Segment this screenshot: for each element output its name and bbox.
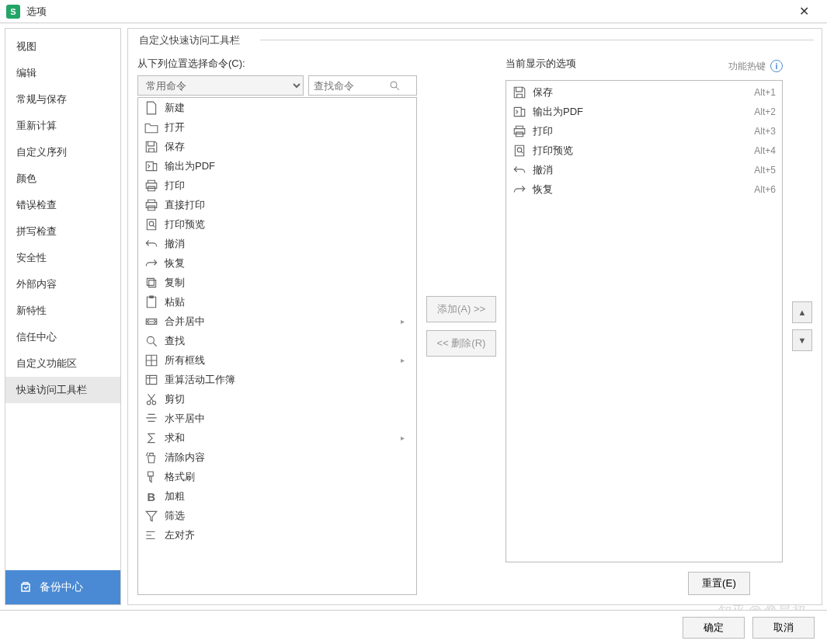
window-title: 选项 bbox=[26, 5, 47, 19]
add-button[interactable]: 添加(A) >> bbox=[426, 296, 496, 322]
list-item[interactable]: 恢复 bbox=[138, 253, 416, 273]
list-item[interactable]: 打印Alt+3 bbox=[506, 121, 782, 141]
cut-icon bbox=[144, 392, 158, 406]
reorder-buttons: ▲ ▼ bbox=[792, 57, 812, 595]
backup-icon bbox=[19, 581, 32, 594]
list-item[interactable]: 恢复Alt+6 bbox=[506, 179, 782, 199]
find-icon bbox=[144, 334, 158, 348]
shortcut-text: Alt+2 bbox=[754, 106, 776, 117]
ok-button[interactable]: 确定 bbox=[683, 617, 745, 639]
list-item[interactable]: 打印预览 bbox=[138, 214, 416, 234]
sidebar-item[interactable]: 错误检查 bbox=[5, 192, 120, 218]
preview-icon bbox=[144, 218, 158, 231]
list-item[interactable]: 左对齐 bbox=[138, 525, 416, 545]
list-item[interactable]: 剪切 bbox=[138, 389, 416, 409]
sidebar-item[interactable]: 新特性 bbox=[5, 298, 120, 324]
current-list[interactable]: 保存Alt+1输出为PDFAlt+2打印Alt+3打印预览Alt+4撤消Alt+… bbox=[506, 80, 783, 562]
app-icon: S bbox=[6, 5, 20, 19]
list-item[interactable]: 直接打印 bbox=[138, 195, 416, 214]
shortcut-text: Alt+5 bbox=[754, 165, 776, 176]
search-input[interactable] bbox=[314, 80, 388, 92]
list-item[interactable]: 新建 bbox=[138, 98, 416, 117]
clear-icon bbox=[144, 451, 158, 465]
border-icon bbox=[144, 353, 158, 367]
list-item[interactable]: 撤消Alt+5 bbox=[506, 160, 782, 179]
backup-center-button[interactable]: 备份中心 bbox=[5, 570, 120, 604]
copy-icon bbox=[144, 276, 158, 290]
list-item[interactable]: 查找 bbox=[138, 331, 416, 350]
list-item[interactable]: 保存 bbox=[138, 137, 416, 156]
sidebar-item[interactable]: 信任中心 bbox=[5, 324, 120, 350]
sidebar-item[interactable]: 外部内容 bbox=[5, 271, 120, 298]
pdf-icon bbox=[144, 159, 158, 173]
backup-label: 备份中心 bbox=[40, 580, 83, 594]
redo-icon bbox=[513, 183, 526, 197]
list-item[interactable]: 加粗 bbox=[138, 486, 416, 506]
footer: 确定 取消 bbox=[0, 610, 827, 644]
preview-icon bbox=[513, 144, 526, 158]
bold-icon bbox=[144, 489, 158, 503]
category-dropdown[interactable]: 常用命令 bbox=[137, 75, 304, 96]
new-icon bbox=[144, 101, 158, 115]
cancel-button[interactable]: 取消 bbox=[752, 617, 815, 639]
sidebar-item[interactable]: 自定义序列 bbox=[5, 139, 120, 165]
format-icon bbox=[144, 470, 158, 484]
save-icon bbox=[144, 140, 158, 154]
list-item[interactable]: 格式刷 bbox=[138, 467, 416, 486]
list-item[interactable]: 求和▸ bbox=[138, 428, 416, 447]
shortcut-text: Alt+4 bbox=[754, 145, 776, 156]
sidebar-item[interactable]: 快速访问工具栏 bbox=[5, 377, 120, 403]
list-item[interactable]: 清除内容 bbox=[138, 447, 416, 467]
submenu-icon: ▸ bbox=[401, 356, 410, 364]
list-item[interactable]: 粘贴 bbox=[138, 292, 416, 312]
list-item[interactable]: 水平居中 bbox=[138, 409, 416, 428]
move-down-button[interactable]: ▼ bbox=[792, 329, 812, 351]
fieldset-title: 自定义快速访问工具栏 bbox=[136, 33, 243, 47]
print-icon bbox=[144, 179, 158, 193]
sidebar-item[interactable]: 颜色 bbox=[5, 165, 120, 192]
sidebar: 视图编辑常规与保存重新计算自定义序列颜色错误检查拼写检查安全性外部内容新特性信任… bbox=[5, 28, 121, 605]
save-icon bbox=[513, 85, 526, 99]
paste-icon bbox=[144, 295, 158, 309]
reset-button[interactable]: 重置(E) bbox=[688, 572, 750, 595]
sidebar-item[interactable]: 视图 bbox=[5, 33, 120, 60]
pdf-icon bbox=[513, 105, 526, 119]
list-item[interactable]: 打印 bbox=[138, 176, 416, 195]
sum-icon bbox=[144, 431, 158, 445]
list-item[interactable]: 重算活动工作簿 bbox=[138, 370, 416, 389]
source-label: 从下列位置选择命令(C): bbox=[137, 57, 417, 71]
content-panel: 自定义快速访问工具栏 从下列位置选择命令(C): 常用命令 新建打开保存输出为P… bbox=[127, 28, 822, 605]
shortcut-text: Alt+1 bbox=[754, 87, 776, 98]
list-item[interactable]: 撤消 bbox=[138, 234, 416, 253]
merge-icon bbox=[144, 315, 158, 329]
source-list[interactable]: 新建打开保存输出为PDF打印直接打印打印预览撤消恢复复制粘贴合并居中▸查找所有框… bbox=[137, 97, 417, 595]
list-item[interactable]: 打印预览Alt+4 bbox=[506, 141, 782, 160]
titlebar: S 选项 ✕ bbox=[0, 0, 827, 23]
search-input-wrap bbox=[308, 75, 417, 96]
list-item[interactable]: 保存Alt+1 bbox=[506, 82, 782, 102]
list-item[interactable]: 筛选 bbox=[138, 506, 416, 525]
print-icon bbox=[513, 124, 526, 138]
list-item[interactable]: 复制 bbox=[138, 273, 416, 292]
list-item[interactable]: 所有框线▸ bbox=[138, 350, 416, 370]
hotkey-label[interactable]: 功能热键 i bbox=[728, 60, 783, 73]
list-item[interactable]: 输出为PDF bbox=[138, 156, 416, 176]
submenu-icon: ▸ bbox=[401, 433, 410, 442]
sidebar-item[interactable]: 自定义功能区 bbox=[5, 350, 120, 377]
info-icon: i bbox=[770, 60, 783, 72]
sidebar-item[interactable]: 安全性 bbox=[5, 245, 120, 271]
sidebar-item[interactable]: 重新计算 bbox=[5, 113, 120, 139]
recalc-icon bbox=[144, 373, 158, 387]
sidebar-item[interactable]: 常规与保存 bbox=[5, 86, 120, 113]
sidebar-item[interactable]: 拼写检查 bbox=[5, 218, 120, 245]
remove-button[interactable]: << 删除(R) bbox=[426, 330, 496, 357]
move-up-button[interactable]: ▲ bbox=[792, 301, 812, 323]
list-item[interactable]: 输出为PDFAlt+2 bbox=[506, 102, 782, 121]
search-icon bbox=[388, 79, 401, 92]
list-item[interactable]: 合并居中▸ bbox=[138, 312, 416, 331]
list-item[interactable]: 打开 bbox=[138, 117, 416, 137]
open-icon bbox=[144, 120, 158, 134]
sidebar-item[interactable]: 编辑 bbox=[5, 60, 120, 86]
transfer-buttons: 添加(A) >> << 删除(R) bbox=[426, 57, 496, 595]
close-button[interactable]: ✕ bbox=[788, 2, 819, 21]
